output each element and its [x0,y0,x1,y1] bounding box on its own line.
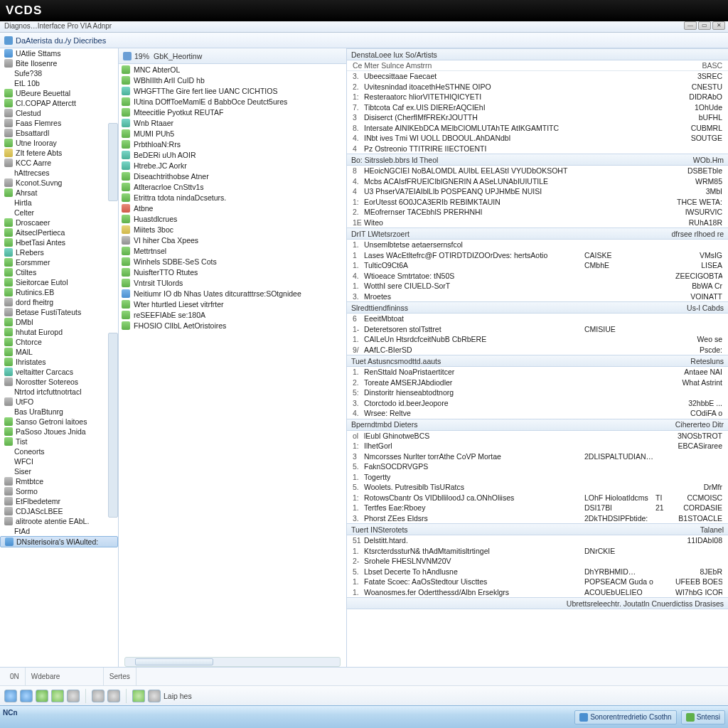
play-icon[interactable] [51,690,64,702]
tree-item[interactable]: MAlL [0,347,118,357]
tool-icon[interactable] [92,690,105,702]
tree-item[interactable]: UAtlie Sttams [0,48,118,58]
data-row[interactable]: 1.Fatate Scoec: AaOsStedtour UiscttesPOP… [347,577,728,587]
tool-icon[interactable] [148,690,161,702]
tree-item[interactable]: HbetTasi Antes [0,237,118,247]
data-row[interactable]: 1.KtsrcterdssturN& thAdMtamitisltrtingel… [347,546,728,557]
data-row[interactable]: 3.Ctorctodo id.beerJeopore32hbbE ... [347,398,728,409]
data-row[interactable]: 4.Mcbs ACAIsfFRUEICIblGNERIN A ASeLUNAbI… [347,176,728,187]
tree-item[interactable]: Hirtla [0,198,118,208]
tree-item[interactable]: ZIt fetere Abts [0,148,118,158]
list-item[interactable]: Atbne [119,203,346,213]
list-item[interactable]: Mteecitlie Pyotkut REUTAF [119,107,346,117]
data-row[interactable]: 3.MroetesVOINATT [347,291,728,302]
data-row[interactable]: 2-Srohele FHESLNVNM20V [347,556,728,567]
list-item[interactable]: MNC AbterOL [119,64,346,75]
data-row[interactable]: 4.Wtioeace Smtrtatoe: tN50SZEECIGOBTANI [347,271,728,282]
tree-item[interactable]: Chtorce [0,337,118,347]
tree-item[interactable]: PaSoso Jtoues Jnida [0,427,118,437]
tree-item[interactable]: CI.COPAP Atterctt [0,98,118,108]
data-row[interactable]: 1-Deteretsoren stolTsttretCMISIUE [347,324,728,335]
data-row[interactable]: 1.Tertfes Eae:RboeyDSI17Bl21CORDASIE [347,503,728,513]
tree-item[interactable]: alitroote atentie EAbL. [0,516,118,526]
globe-icon[interactable] [20,690,33,702]
list-item[interactable]: MUMI PUh5 [119,128,346,139]
data-row[interactable]: 3.Ubeecsittaae Faecaet3SREC [347,71,728,82]
data-row[interactable]: 8HEoicNGCIEI NoBALOMDL AUIbL EELAStI VYU… [347,166,728,176]
data-row[interactable]: 1:RotowsCbantr Os VIDblliloodJ ca.ONhOli… [347,493,728,503]
tree-item[interactable]: UtFO [0,397,118,407]
tree-item[interactable]: KCC Aarre [0,158,118,168]
data-row[interactable]: 5.Woolets. Putresiblb TisURatcsDrMfr [347,482,728,493]
tree-item[interactable]: WFCI [0,456,118,466]
data-row[interactable]: 6EeeitMbtoat [347,314,728,324]
data-row[interactable]: 1.RenSttald NoaPristaertitcerAntaee NAI [347,367,728,378]
list-item[interactable]: reSEEFIAbE se:180A [119,309,346,320]
tree-item[interactable]: Celter [0,208,118,218]
list-item[interactable]: BeDERi uUh AOIR [119,149,346,160]
column-header[interactable]: 19% GbK_Heortinw [119,48,346,64]
list-item[interactable]: Neitiumr IO db Nhas Uates ditcuratttrse:… [119,288,346,299]
tree-item[interactable]: Coneorts [0,446,118,456]
tree-item[interactable]: Norostter Sotereos [0,377,118,387]
list-item[interactable]: Htrebe.JC Aorkr [119,160,346,171]
list-item[interactable]: Winhels SDBE-SeS Cots [119,256,346,267]
data-row[interactable]: 3.Phorst ZEes Eldsrs2DkTHDSIPFbtide:B1ST… [347,513,728,524]
tree-item[interactable]: FtAd [0,526,118,536]
scrollbar-thumb[interactable] [108,123,118,201]
tree-item[interactable]: veltaitter Carcacs [0,367,118,377]
tree-item[interactable]: DMbl [0,317,118,327]
start-button[interactable]: NCn [3,709,31,726]
tree-item[interactable]: Betase FustiTateuts [0,307,118,317]
tree-item[interactable]: Eorsmmer [0,257,118,267]
data-row[interactable]: 1.Unsemlbtetse aetaersernsfcol [347,240,728,250]
tree-item[interactable]: Droscaeer [0,218,118,228]
list-item[interactable]: Diseachtrithobse Atner [119,171,346,181]
list-item[interactable]: VI hiher Cba Xpees [119,235,346,245]
tree-item[interactable]: AitseclPertieca [0,228,118,237]
tree-item[interactable]: Ntrtod irtcfuttnotrtacl [0,387,118,397]
tree-item[interactable]: EtL 10b [0,78,118,88]
data-row[interactable]: 9/AAfLC-BIerSDPscde: [347,345,728,355]
data-row[interactable]: 2.Uvitesnindad itoacethHeSTHNE OIPOCNEST… [347,82,728,92]
tree-item[interactable]: Ebsattardl [0,128,118,138]
tree-item[interactable]: Tist [0,437,118,446]
tree-item[interactable]: Bite Ilosenre [0,58,118,68]
horizontal-scrollbar[interactable] [124,657,341,667]
tree-item[interactable]: Clestud [0,108,118,118]
tool-icon[interactable] [36,690,48,702]
tree-item[interactable]: Sanso Getroni laitoes [0,417,118,427]
tree-item[interactable]: LRebers [0,247,118,257]
tree-item[interactable]: CDJAScLBEE [0,506,118,516]
close-button[interactable]: ✕ [712,21,725,30]
list-item[interactable]: Atlteracrloe CnSttv1s [119,181,346,192]
tree-item[interactable]: EtFlbedetemr [0,496,118,506]
list-item[interactable]: FHOSIO ClIbL AetOristoires [119,320,346,331]
excel-icon[interactable] [132,690,145,702]
data-row[interactable]: 3Disiserct (CherfIMfFREKrJOUTTHbUFHL [347,112,728,123]
data-row[interactable]: 1:IlhetGorlEBCASiraree [347,441,728,451]
tree-item[interactable]: Sieitorcae Eutol [0,277,118,287]
tool-icon[interactable] [107,690,120,702]
tree-item[interactable]: UBeure Beuettal [0,88,118,98]
data-row[interactable]: 1.CAlLeUn HtsrdcfceitNubB CbRbEREWeo se [347,334,728,345]
tree-item[interactable]: dord fheitrg [0,297,118,307]
data-row[interactable]: 1EWiteoRUhA18R [347,218,728,228]
data-row[interactable]: ollEubl GhinotweBCS3NOSbTROT [347,431,728,441]
tree-item[interactable]: hAttrecses [0,168,118,178]
data-row[interactable]: 4Pz Ostreonio TTITRIRE IIECTOENTI [347,144,728,154]
scrollbar-thumb[interactable] [108,333,118,518]
list-item[interactable]: Etrittra tdota nindaDcseturs. [119,192,346,203]
tree-item[interactable]: Sormo [0,486,118,496]
list-item[interactable]: NuisfterTTO Rtutes [119,267,346,277]
tree-item[interactable]: hhutat Europd [0,327,118,337]
data-row[interactable]: 4.INbt ives Tmi WI UOLL DBOOUL.AhDANdblS… [347,133,728,144]
list-item[interactable]: Vntrsit TUlords [119,277,346,288]
data-row[interactable]: 5.FaknSOCDRVGPS [347,461,728,472]
data-row[interactable]: 5:Dinstoritr hienseabtodtnorg [347,387,728,398]
tree-item[interactable]: Utne Irooray [0,138,118,148]
tree-item[interactable]: Ihristates [0,357,118,367]
data-row[interactable]: 1.TulticO9Ct6ACMbhELISEA [347,260,728,271]
data-row[interactable]: 1.Woanosmes.fer Odertthessd/Albn Erseklg… [347,587,728,598]
tree-item[interactable]: Ctiltes [0,267,118,277]
